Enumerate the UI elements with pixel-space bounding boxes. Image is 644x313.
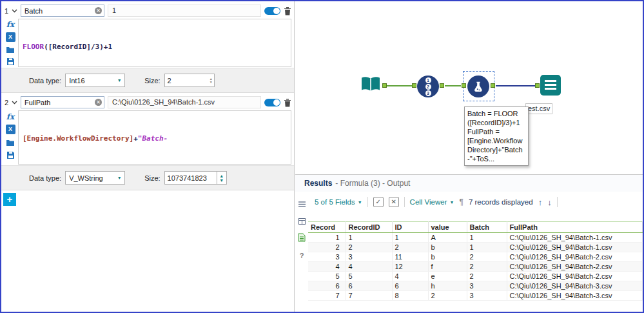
size-spinner-icon[interactable]: ▲▼ — [210, 77, 214, 84]
output-data-tool[interactable] — [540, 75, 561, 96]
cell-viewer-dropdown[interactable]: Cell Viewer ▼ — [410, 198, 454, 206]
table-cell[interactable]: 8 — [392, 291, 428, 301]
column-header[interactable]: FullPath — [507, 222, 643, 233]
column-header[interactable]: Batch — [467, 222, 507, 233]
cancel-x-icon[interactable]: ✕ — [389, 197, 399, 207]
field-active-toggle[interactable] — [264, 7, 280, 15]
help-icon[interactable]: ? — [300, 252, 304, 259]
table-cell[interactable]: 6 — [308, 281, 346, 291]
functions-icon[interactable]: fx — [5, 19, 17, 30]
table-cell[interactable]: 3 — [346, 252, 392, 262]
clear-field-icon[interactable]: ✕ — [95, 7, 102, 14]
table-cell[interactable]: C:\Qiu\0126_SH_94\Batch-3.csv — [507, 291, 643, 301]
table-cell[interactable]: 2 — [467, 272, 507, 281]
add-field-button[interactable]: + — [3, 193, 16, 206]
table-cell[interactable]: 3 — [467, 291, 507, 301]
connector-selected[interactable] — [496, 85, 535, 86]
table-cell[interactable]: 1 — [467, 243, 507, 252]
scroll-down-icon[interactable]: ↓ — [547, 197, 552, 207]
column-header[interactable]: RecordID — [346, 222, 392, 233]
table-cell[interactable]: 1 — [467, 233, 507, 243]
grid-view-icon[interactable] — [298, 216, 306, 227]
data-tab-icon[interactable] — [298, 233, 306, 245]
table-cell[interactable]: 2 — [467, 262, 507, 272]
field-active-toggle[interactable] — [264, 99, 280, 106]
tool-annotation[interactable]: est.csv — [525, 103, 552, 114]
output-anchor[interactable] — [440, 83, 444, 88]
chevron-down-icon[interactable] — [12, 101, 17, 105]
output-anchor[interactable] — [382, 83, 387, 88]
input-data-tool[interactable] — [360, 75, 382, 97]
field-name-input[interactable] — [21, 99, 104, 106]
clear-field-icon[interactable]: ✕ — [95, 99, 102, 106]
saved-expressions-icon[interactable] — [5, 45, 17, 55]
table-cell[interactable]: b — [428, 252, 467, 262]
table-cell[interactable]: 4 — [346, 262, 392, 272]
data-type-dropdown[interactable]: Int16 ▼ — [65, 74, 125, 87]
input-anchor[interactable] — [412, 83, 416, 88]
column-header[interactable]: ID — [392, 222, 428, 233]
table-cell[interactable]: 7 — [346, 291, 392, 301]
table-cell[interactable]: 5 — [346, 272, 392, 281]
size-spinner-icon[interactable]: ▲▼ — [217, 171, 227, 185]
field-name-input[interactable] — [21, 7, 104, 15]
connector[interactable] — [445, 85, 461, 86]
delete-field-icon[interactable] — [284, 98, 291, 107]
table-cell[interactable]: 3 — [308, 252, 346, 262]
table-cell[interactable]: 7 — [308, 291, 346, 301]
variables-icon[interactable]: X — [6, 32, 15, 42]
table-cell[interactable]: 3 — [467, 281, 507, 291]
table-cell[interactable]: 2 — [392, 243, 428, 252]
table-cell[interactable]: C:\Qiu\0126_SH_94\Batch-1.csv — [507, 233, 643, 243]
whitespace-toggle-icon[interactable]: ¶ — [459, 197, 463, 207]
input-anchor[interactable] — [535, 83, 540, 88]
table-cell[interactable]: C:\Qiu\0126_SH_94\Batch-1.csv — [507, 243, 643, 252]
output-anchor[interactable] — [491, 83, 495, 88]
table-cell[interactable]: A — [428, 233, 467, 243]
column-header[interactable]: value — [428, 222, 467, 233]
save-expression-icon[interactable] — [5, 150, 17, 161]
table-cell[interactable]: C:\Qiu\0126_SH_94\Batch-2.csv — [507, 272, 643, 281]
chevron-down-icon[interactable] — [12, 9, 17, 13]
table-cell[interactable]: 6 — [346, 281, 392, 291]
table-cell[interactable]: C:\Qiu\0126_SH_94\Batch-2.csv — [507, 252, 643, 262]
config-list-icon[interactable] — [298, 198, 306, 210]
table-cell[interactable]: 4 — [392, 272, 428, 281]
formula-tool[interactable] — [467, 76, 489, 97]
apply-check-icon[interactable]: ✓ — [373, 197, 384, 207]
table-cell[interactable]: C:\Qiu\0126_SH_94\Batch-3.csv — [507, 281, 643, 291]
input-anchor[interactable] — [462, 83, 466, 88]
table-cell[interactable]: 4 — [308, 262, 346, 272]
connector[interactable] — [387, 85, 415, 86]
table-cell[interactable]: 12 — [392, 262, 428, 272]
table-cell[interactable]: 1 — [346, 233, 392, 243]
expression-editor[interactable]: FLOOR([RecordID]/3)+1 — [18, 19, 291, 67]
table-cell[interactable]: 11 — [392, 252, 428, 262]
size-input[interactable]: 1073741823 — [164, 171, 217, 185]
table-cell[interactable]: 6 — [392, 281, 428, 291]
column-header[interactable]: Record — [308, 222, 346, 233]
table-cell[interactable]: h — [428, 281, 467, 291]
table-cell[interactable]: 2 — [467, 252, 507, 262]
saved-expressions-icon[interactable] — [5, 137, 17, 148]
scroll-up-icon[interactable]: ↑ — [538, 197, 543, 207]
table-cell[interactable]: 1 — [392, 233, 428, 243]
save-expression-icon[interactable] — [5, 57, 17, 67]
variables-icon[interactable]: X — [6, 125, 15, 134]
workflow-canvas[interactable]: 1 2 3 est.csv Batch = FLOOR([RecordID]/3… — [295, 1, 643, 174]
fields-dropdown[interactable]: 5 of 5 Fields ▼ — [315, 198, 362, 206]
record-id-tool[interactable]: 1 2 3 — [417, 76, 439, 97]
table-cell[interactable]: 2 — [346, 243, 392, 252]
table-cell[interactable]: 5 — [308, 272, 346, 281]
delete-field-icon[interactable] — [284, 6, 291, 15]
table-cell[interactable]: b — [428, 243, 467, 252]
table-cell[interactable]: 2 — [308, 243, 346, 252]
table-cell[interactable]: f — [428, 262, 467, 272]
table-cell[interactable]: 2 — [428, 291, 467, 301]
functions-icon[interactable]: fx — [5, 111, 17, 122]
table-cell[interactable]: e — [428, 272, 467, 281]
expression-editor[interactable]: [Engine.WorkflowDirectory]+"Batch- "+ToS… — [18, 110, 291, 165]
data-type-dropdown[interactable]: V_WString ▼ — [65, 171, 125, 185]
table-cell[interactable]: C:\Qiu\0126_SH_94\Batch-2.csv — [507, 262, 643, 272]
table-cell[interactable]: 1 — [308, 233, 346, 243]
